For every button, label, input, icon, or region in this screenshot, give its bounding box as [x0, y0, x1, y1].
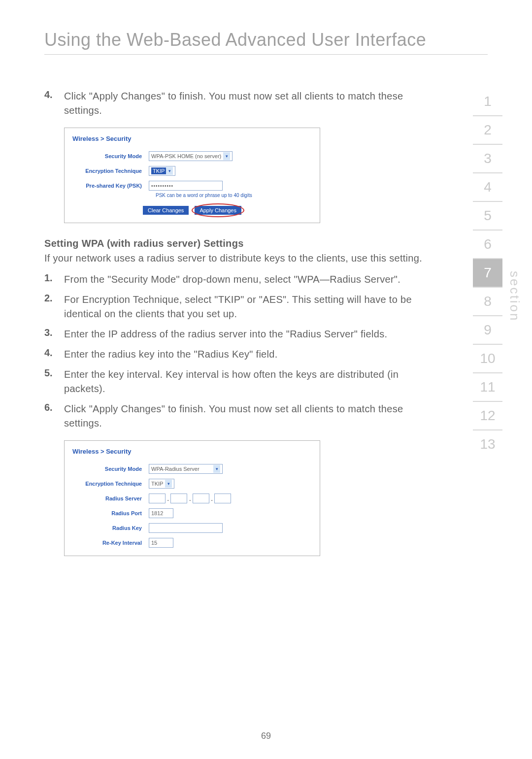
section-nav-5[interactable]: 5: [473, 202, 502, 231]
breadcrumb: Wireless > Security: [72, 135, 312, 142]
security-mode-label: Security Mode: [72, 153, 149, 159]
sub-paragraph: If your network uses a radius server to …: [44, 251, 433, 265]
chevron-down-icon: ▾: [166, 167, 173, 175]
step-text: Enter the key interval. Key interval is …: [64, 367, 433, 396]
encryption-select[interactable]: TKIP ▾: [149, 479, 174, 489]
select-value: WPA-Radius Server: [151, 466, 201, 472]
section-nav-11[interactable]: 11: [473, 373, 502, 402]
step-number: 3.: [44, 327, 64, 341]
select-value: WPA-PSK HOME (no server): [151, 153, 223, 159]
page-number: 69: [0, 731, 532, 741]
section-nav-13[interactable]: 13: [473, 430, 502, 458]
apply-changes-button[interactable]: Apply Changes: [195, 206, 241, 215]
step-number: 4.: [44, 347, 64, 362]
section-nav-8[interactable]: 8: [473, 288, 502, 316]
step-2: 2. For Encryption Technique, select "TKI…: [44, 293, 433, 321]
step-text: Enter the IP address of the radius serve…: [64, 327, 387, 341]
rekey-interval-input[interactable]: 15: [149, 538, 173, 548]
step-5: 5. Enter the key interval. Key interval …: [44, 367, 433, 396]
section-nav-7[interactable]: 7: [473, 259, 502, 288]
step-number: 5.: [44, 367, 64, 396]
clear-changes-button[interactable]: Clear Changes: [143, 206, 189, 215]
radius-server-octet-3[interactable]: [193, 494, 209, 503]
radius-key-label: Radius Key: [72, 525, 149, 531]
row-psk: Pre-shared Key (PSK) ••••••••••: [72, 181, 312, 191]
dot-separator: .: [211, 494, 213, 503]
row-radius-server: Radius Server . . .: [72, 494, 312, 503]
step-text: For Encryption Technique, select "TKIP" …: [64, 293, 433, 321]
radius-server-octet-1[interactable]: [149, 494, 166, 503]
step-number: 6.: [44, 402, 64, 430]
step-text: Click "Apply Changes" to finish. You mus…: [64, 402, 433, 430]
breadcrumb: Wireless > Security: [72, 448, 312, 455]
chevron-down-icon: ▾: [165, 480, 172, 488]
step-number: 4.: [44, 89, 64, 118]
screenshot-wpa-psk: Wireless > Security Security Mode WPA-PS…: [64, 128, 320, 223]
row-encryption: Encryption Technique TKIP ▾: [72, 166, 312, 176]
page-title: Using the Web-Based Advanced User Interf…: [44, 30, 488, 55]
section-nav: 1 2 3 4 5 6 7 8 9 10 11 12 13: [473, 88, 502, 458]
psk-hint: PSK can be a word or phrase up to 40 dig…: [156, 193, 312, 198]
radius-port-input[interactable]: 1812: [149, 508, 173, 518]
step-6: 6. Click "Apply Changes" to finish. You …: [44, 402, 433, 430]
row-rekey-interval: Re-Key Interval 15: [72, 538, 312, 548]
radius-port-value: 1812: [151, 510, 163, 516]
section-nav-10[interactable]: 10: [473, 345, 502, 373]
psk-label: Pre-shared Key (PSK): [72, 183, 149, 189]
radius-server-octet-4[interactable]: [214, 494, 231, 503]
row-security-mode: Security Mode WPA-PSK HOME (no server) ▾: [72, 151, 312, 161]
row-radius-port: Radius Port 1812: [72, 508, 312, 518]
content-area: 4. Click "Apply Changes" to finish. You …: [44, 89, 488, 556]
radius-port-label: Radius Port: [72, 510, 149, 516]
row-encryption: Encryption Technique TKIP ▾: [72, 479, 312, 489]
section-nav-2[interactable]: 2: [473, 116, 502, 145]
screenshot-wpa-radius: Wireless > Security Security Mode WPA-Ra…: [64, 440, 320, 556]
psk-masked-value: ••••••••••: [151, 183, 173, 189]
step-text: Click "Apply Changes" to finish. You mus…: [64, 89, 433, 118]
subheading-wpa-radius: Setting WPA (with radius server) Setting…: [44, 238, 433, 249]
psk-input[interactable]: ••••••••••: [149, 181, 223, 191]
radius-server-label: Radius Server: [72, 495, 149, 501]
radius-server-octet-2[interactable]: [170, 494, 187, 503]
step-text: Enter the radius key into the "Radius Ke…: [64, 347, 278, 362]
top-step-4: 4. Click "Apply Changes" to finish. You …: [44, 89, 433, 118]
section-nav-9[interactable]: 9: [473, 316, 502, 345]
chevron-down-icon: ▾: [223, 152, 230, 160]
encryption-label: Encryption Technique: [72, 168, 149, 174]
chevron-down-icon: ▾: [213, 465, 220, 473]
encryption-label: Encryption Technique: [72, 481, 149, 487]
button-row: Clear Changes Apply Changes: [72, 206, 312, 215]
section-nav-3[interactable]: 3: [473, 145, 502, 173]
step-text: From the "Security Mode" drop-down menu,…: [64, 272, 400, 287]
section-nav-6[interactable]: 6: [473, 231, 502, 259]
security-mode-select[interactable]: WPA-PSK HOME (no server) ▾: [149, 151, 233, 161]
radius-key-input[interactable]: [149, 523, 223, 533]
section-nav-1[interactable]: 1: [473, 88, 502, 116]
row-radius-key: Radius Key: [72, 523, 312, 533]
encryption-select[interactable]: TKIP ▾: [149, 166, 175, 176]
section-label: section: [507, 271, 522, 322]
dot-separator: .: [167, 494, 169, 503]
document-page: Using the Web-Based Advanced User Interf…: [0, 0, 532, 759]
security-mode-label: Security Mode: [72, 466, 149, 472]
security-mode-select[interactable]: WPA-Radius Server ▾: [149, 464, 223, 474]
select-value: TKIP: [151, 167, 166, 174]
select-value: TKIP: [151, 481, 165, 487]
step-3: 3. Enter the IP address of the radius se…: [44, 327, 433, 341]
dot-separator: .: [189, 494, 191, 503]
step-4: 4. Enter the radius key into the "Radius…: [44, 347, 433, 362]
step-number: 1.: [44, 272, 64, 287]
section-nav-12[interactable]: 12: [473, 402, 502, 430]
rekey-interval-value: 15: [151, 540, 157, 546]
rekey-interval-label: Re-Key Interval: [72, 540, 149, 546]
step-number: 2.: [44, 293, 64, 321]
row-security-mode: Security Mode WPA-Radius Server ▾: [72, 464, 312, 474]
step-1: 1. From the "Security Mode" drop-down me…: [44, 272, 433, 287]
section-nav-4[interactable]: 4: [473, 173, 502, 202]
